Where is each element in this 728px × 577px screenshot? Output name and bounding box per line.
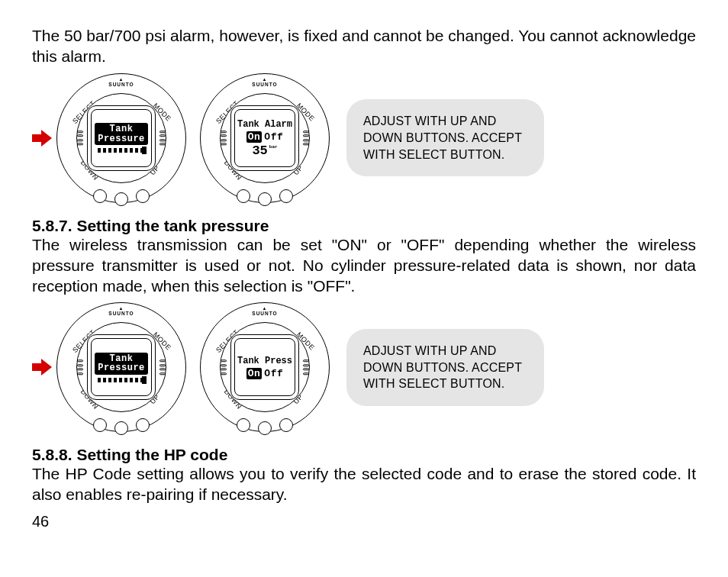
bezel-button	[114, 192, 128, 206]
option-on-selected: On	[246, 131, 263, 143]
intro-paragraph: The 50 bar/700 psi alarm, however, is fi…	[32, 26, 696, 67]
watch-screen: Tank Press On Off	[234, 338, 295, 396]
banner-line1: Tank	[98, 124, 145, 134]
watch-screen: Tank Alarm On Off 35 bar	[234, 109, 295, 167]
setting-title: Tank Press	[237, 356, 292, 366]
option-on-selected: On	[246, 368, 263, 379]
menu-banner: Tank Pressure	[95, 353, 148, 375]
banner-line2: Pressure	[98, 363, 145, 373]
watch-tank-pressure-menu: SUUNTO SELECT MODE DOWN UP Tank Pressure	[56, 73, 186, 203]
watch-pair-1: SUUNTO SELECT MODE DOWN UP Tank Pressure	[56, 73, 330, 203]
watch-tank-press-setting: SUUNTO SELECT MODE DOWN UP Tank Press On…	[200, 302, 330, 432]
brand-label: SUUNTO	[252, 77, 277, 87]
brand-label: SUUNTO	[108, 77, 134, 87]
watch-screen: Tank Pressure	[91, 109, 152, 167]
banner-line2: Pressure	[98, 134, 145, 144]
bezel-button	[258, 421, 272, 435]
value-display: 35 bar	[252, 144, 277, 157]
value-number: 35	[252, 144, 267, 157]
instruction-callout: ADJUST WITH UP AND DOWN BUTTONS. ACCEPT …	[346, 99, 544, 176]
value-unit: bar	[269, 144, 278, 150]
bezel-button	[93, 418, 107, 432]
menu-banner: Tank Pressure	[95, 123, 148, 145]
section-para-587: The wireless transmission can be set "ON…	[32, 235, 696, 297]
svg-marker-0	[32, 130, 52, 147]
progress-strip	[98, 378, 145, 382]
progress-strip	[98, 148, 145, 153]
bezel-button	[136, 189, 150, 203]
figure-row-1: SUUNTO SELECT MODE DOWN UP Tank Pressure	[32, 73, 696, 203]
watch-tank-alarm-setting: SUUNTO SELECT MODE DOWN UP Tank Alarm On…	[200, 73, 330, 203]
section-heading-587: 5.8.7. Setting the tank pressure	[32, 217, 696, 235]
watch-tank-pressure-menu: SUUNTO SELECT MODE DOWN UP Tank Pressure	[56, 302, 186, 432]
watch-screen: Tank Pressure	[91, 338, 152, 396]
bezel-button	[237, 189, 250, 203]
setting-title: Tank Alarm	[237, 119, 292, 130]
option-off: Off	[264, 368, 283, 379]
red-arrow-icon	[32, 359, 52, 376]
watch-pair-2: SUUNTO SELECT MODE DOWN UP Tank Pressure	[56, 302, 330, 432]
bezel-button	[136, 418, 150, 432]
on-off-toggle: On Off	[246, 368, 284, 379]
bezel-button	[279, 189, 293, 203]
bezel-button	[237, 418, 250, 432]
page-number: 46	[32, 513, 696, 530]
section-heading-588: 5.8.8. Setting the HP code	[32, 446, 696, 464]
brand-label: SUUNTO	[108, 306, 134, 316]
instruction-callout: ADJUST WITH UP AND DOWN BUTTONS. ACCEPT …	[346, 329, 544, 406]
bezel-button	[93, 189, 107, 203]
page: The 50 bar/700 psi alarm, however, is fi…	[0, 0, 728, 546]
red-arrow-icon	[32, 130, 52, 147]
bezel-button	[114, 421, 128, 435]
bezel-button	[258, 192, 272, 206]
figure-row-2: SUUNTO SELECT MODE DOWN UP Tank Pressure	[32, 302, 696, 432]
brand-label: SUUNTO	[252, 306, 277, 316]
option-off: Off	[264, 131, 283, 143]
section-para-588: The HP Code setting allows you to verify…	[32, 464, 696, 505]
on-off-toggle: On Off	[246, 131, 284, 143]
svg-marker-1	[32, 359, 52, 376]
bezel-button	[279, 418, 293, 432]
